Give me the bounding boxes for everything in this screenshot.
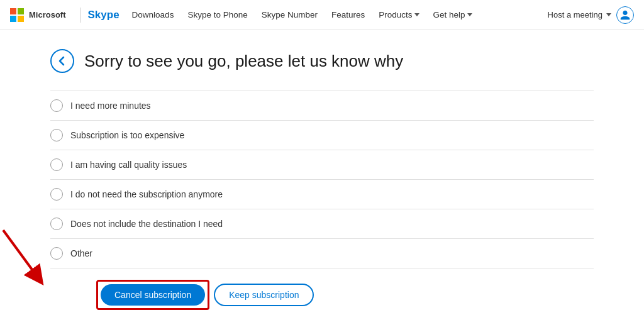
radio-button[interactable]: [50, 218, 63, 230]
option-label: I am having call quality issues: [70, 160, 187, 170]
get-help-chevron-icon: [467, 13, 472, 16]
option-label: Does not include the destination I need: [70, 219, 223, 229]
nav-get-help[interactable]: Get help: [433, 10, 472, 19]
skype-label[interactable]: Skype: [88, 9, 119, 21]
account-icon[interactable]: [616, 6, 634, 24]
option-item[interactable]: Does not include the destination I need: [50, 209, 594, 239]
cancel-button-wrapper: Cancel subscription: [101, 284, 205, 306]
page-header: Sorry to see you go, please let us know …: [50, 49, 594, 73]
keep-subscription-button[interactable]: Keep subscription: [214, 284, 314, 306]
nav-products[interactable]: Products: [379, 10, 419, 19]
option-item[interactable]: I need more minutes: [50, 91, 594, 121]
nav-links: Downloads Skype to Phone Skype Number Fe…: [132, 10, 548, 19]
option-label: I do not need the subscription anymore: [70, 189, 223, 199]
svg-line-1: [3, 230, 38, 277]
radio-button[interactable]: [50, 188, 63, 201]
page-title: Sorry to see you go, please let us know …: [84, 52, 403, 71]
microsoft-logo[interactable]: Microsoft: [10, 8, 66, 22]
option-label: I need more minutes: [70, 101, 151, 111]
radio-button[interactable]: [50, 99, 63, 112]
arrow-annotation: [0, 224, 53, 287]
radio-button[interactable]: [50, 247, 63, 260]
microsoft-label: Microsoft: [29, 10, 66, 19]
host-meeting-button[interactable]: Host a meeting: [548, 10, 611, 19]
option-item[interactable]: I am having call quality issues: [50, 150, 594, 180]
nav-skype-to-phone[interactable]: Skype to Phone: [187, 10, 247, 19]
option-item[interactable]: Other: [50, 239, 594, 268]
nav-skype-number[interactable]: Skype Number: [262, 10, 318, 19]
nav-divider: [80, 8, 80, 23]
option-label: Subscription is too expensive: [70, 130, 184, 140]
option-item[interactable]: Subscription is too expensive: [50, 121, 594, 150]
button-area: Cancel subscription Keep subscription: [101, 284, 314, 306]
cancel-subscription-button[interactable]: Cancel subscription: [101, 284, 205, 306]
back-button[interactable]: [50, 49, 74, 73]
radio-button[interactable]: [50, 158, 63, 171]
products-chevron-icon: [414, 13, 419, 16]
nav-features[interactable]: Features: [331, 10, 365, 19]
options-list: I need more minutes Subscription is too …: [50, 91, 594, 268]
radio-button[interactable]: [50, 129, 63, 141]
main-content: Sorry to see you go, please let us know …: [0, 30, 644, 315]
option-label: Other: [70, 248, 92, 258]
nav-downloads[interactable]: Downloads: [132, 10, 174, 19]
navbar: Microsoft Skype Downloads Skype to Phone…: [0, 0, 644, 30]
option-item[interactable]: I do not need the subscription anymore: [50, 180, 594, 209]
nav-right: Host a meeting: [548, 6, 634, 24]
host-meeting-chevron-icon: [606, 13, 611, 16]
